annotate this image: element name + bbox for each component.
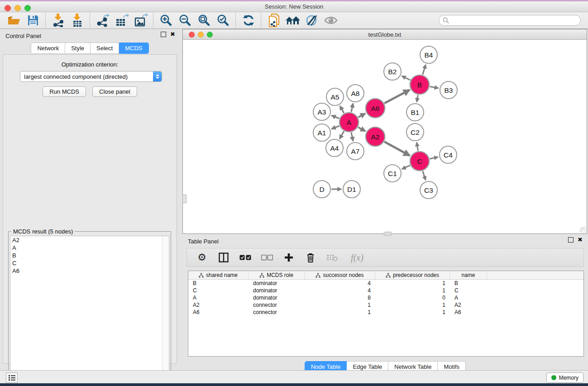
table-settings-button[interactable]: ⚙ <box>196 252 208 263</box>
graph-node-A2[interactable]: A2 <box>366 127 385 146</box>
close-table-panel-icon[interactable]: ✖ <box>578 238 583 242</box>
new-session-from-network-button[interactable] <box>264 13 283 28</box>
criterion-dropdown[interactable]: largest connected component (directed) <box>20 71 162 82</box>
table-cell[interactable]: A6 <box>188 309 249 315</box>
tab-mcds[interactable]: MCDS <box>119 43 148 54</box>
column-header-predecessor-nodes[interactable]: predecessor nodes <box>375 271 450 279</box>
table-row[interactable]: A2connector11A2 <box>188 301 583 309</box>
open-file-button[interactable] <box>5 13 24 28</box>
graph-node-D1[interactable]: D1 <box>343 181 360 198</box>
graph-node-A6[interactable]: A6 <box>366 99 385 118</box>
graph-node-B[interactable]: B <box>410 75 429 94</box>
table-cell[interactable]: connector <box>249 309 305 315</box>
table-cell[interactable]: dominator <box>249 295 305 301</box>
table-cell[interactable]: 1 <box>305 309 375 315</box>
column-header-MCDS-role[interactable]: MCDS role <box>249 271 305 279</box>
table-cell[interactable]: 1 <box>375 309 450 315</box>
edge-C-C3[interactable] <box>423 171 425 180</box>
graph-node-A5[interactable]: A5 <box>326 88 344 105</box>
edge-A6-B[interactable] <box>384 90 410 104</box>
tab-network[interactable]: Network <box>31 43 65 54</box>
graph-node-C2[interactable]: C2 <box>406 124 424 141</box>
close-panel-icon[interactable]: ✖ <box>170 32 175 37</box>
table-row[interactable]: A6connector11A6 <box>188 309 583 316</box>
delete-column-button[interactable] <box>305 252 316 263</box>
show-graphics-details-button[interactable] <box>321 13 340 28</box>
birdseye-handle[interactable] <box>182 195 186 203</box>
select-all-columns-button[interactable] <box>239 252 251 263</box>
unselect-all-columns-button[interactable] <box>261 252 273 263</box>
edge-A-A7[interactable] <box>351 132 353 141</box>
graph-node-B3[interactable]: B3 <box>440 81 457 99</box>
close-panel-button[interactable]: Close panel <box>92 86 137 97</box>
result-scrollbar[interactable] <box>162 236 169 383</box>
table-cell[interactable]: A <box>188 295 249 301</box>
edge-A-A2[interactable] <box>358 127 365 131</box>
edge-A-A6[interactable] <box>358 114 365 117</box>
save-session-button[interactable] <box>24 13 43 28</box>
graph-node-C[interactable]: C <box>410 152 429 171</box>
float-table-panel-icon[interactable] <box>568 237 574 243</box>
import-table-button[interactable] <box>68 13 87 28</box>
table-cell[interactable]: 1 <box>375 280 450 286</box>
table-row[interactable]: Bdominator41B <box>188 280 583 287</box>
result-item[interactable]: A2 <box>10 236 169 244</box>
edge-C-C1[interactable] <box>402 165 410 169</box>
zoom-selected-button[interactable] <box>214 13 233 28</box>
network-graph[interactable]: B4B2BB3A8A5A6A3B1AA1C2A2A4A7C4CC1DD1C3 <box>183 40 587 234</box>
graph-node-C3[interactable]: C3 <box>420 181 437 199</box>
table-cell[interactable]: B <box>188 280 249 286</box>
search-input[interactable] <box>451 17 577 24</box>
create-column-button[interactable] <box>283 252 295 263</box>
function-builder-button[interactable]: f(x) <box>348 252 366 263</box>
zoom-out-button[interactable] <box>176 13 195 28</box>
table-cell[interactable]: 1 <box>375 302 450 308</box>
graph-node-B1[interactable]: B1 <box>406 104 424 121</box>
column-header-name[interactable]: name <box>450 271 487 279</box>
export-image-button[interactable] <box>131 13 150 28</box>
edge-B-B2[interactable] <box>402 76 411 80</box>
column-header-shared-name[interactable]: shared name <box>188 271 249 279</box>
tab-style[interactable]: Style <box>65 43 91 54</box>
table-cell[interactable]: A2 <box>450 302 487 308</box>
graph-node-A7[interactable]: A7 <box>347 143 364 160</box>
graph-node-A4[interactable]: A4 <box>326 139 343 157</box>
memory-button[interactable]: Memory <box>546 372 583 383</box>
main-titlebar[interactable]: Session: New Session <box>0 1 588 12</box>
export-network-button[interactable] <box>93 13 112 28</box>
table-cell[interactable]: dominator <box>249 287 305 294</box>
task-history-button[interactable] <box>6 372 18 383</box>
home-button[interactable] <box>283 13 302 28</box>
export-table-button[interactable] <box>112 13 131 28</box>
graph-node-D[interactable]: D <box>313 181 330 198</box>
network-canvas[interactable]: B4B2BB3A8A5A6A3B1AA1C2A2A4A7C4CC1DD1C3 <box>183 40 587 234</box>
run-mcds-button[interactable]: Run MCDS <box>43 86 86 97</box>
column-header-successor-nodes[interactable]: successor nodes <box>305 271 375 279</box>
table-cell[interactable]: A <box>450 295 487 301</box>
table-cell[interactable]: 8 <box>305 295 375 301</box>
edge-C-C2[interactable] <box>417 143 418 151</box>
edge-A-A4[interactable] <box>339 131 344 139</box>
graph-node-A1[interactable]: A1 <box>313 124 330 141</box>
result-item[interactable]: A <box>10 244 169 252</box>
graph-node-A[interactable]: A <box>339 113 359 132</box>
edge-B-B1[interactable] <box>417 95 418 102</box>
float-panel-icon[interactable] <box>161 32 166 37</box>
table-cell[interactable]: connector <box>249 302 305 308</box>
table-cell[interactable]: 1 <box>375 287 450 294</box>
table-cell[interactable]: 0 <box>375 295 450 301</box>
edge-A-A5[interactable] <box>340 106 344 113</box>
table-row[interactable]: Adominator80A <box>188 294 583 301</box>
delete-table-button[interactable] <box>326 252 338 263</box>
edge-A-A1[interactable] <box>331 126 339 129</box>
table-cell[interactable]: 4 <box>305 287 375 294</box>
result-item[interactable]: B <box>10 252 169 259</box>
zoom-in-button[interactable] <box>157 13 176 28</box>
edge-C-C4[interactable] <box>430 157 438 159</box>
window-resize-grip[interactable] <box>580 227 586 233</box>
hide-details-button[interactable] <box>302 13 321 28</box>
graph-node-A8[interactable]: A8 <box>347 85 364 102</box>
edge-A2-C[interactable] <box>384 142 410 156</box>
table-cell[interactable]: dominator <box>249 280 305 286</box>
edge-B-B4[interactable] <box>423 65 426 75</box>
